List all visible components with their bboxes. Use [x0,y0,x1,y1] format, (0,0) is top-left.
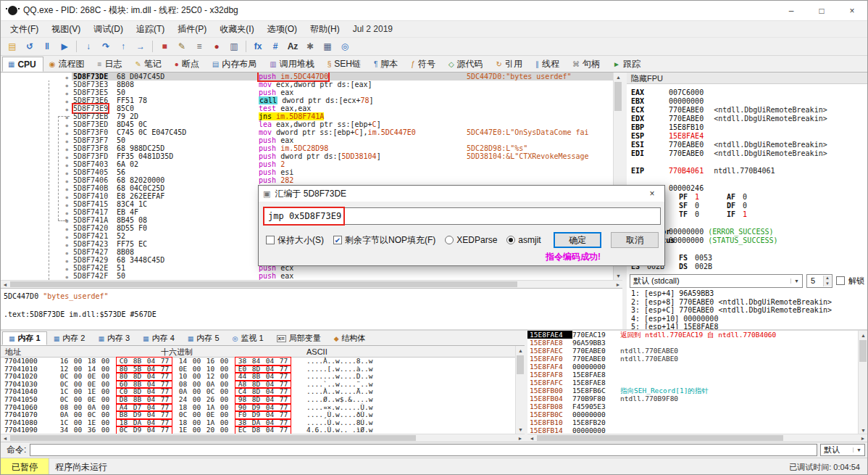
tab-内存 2[interactable]: ▦内存 2 [47,331,92,345]
keep-size-checkbox[interactable] [266,236,275,244]
xedparse-radio[interactable] [445,236,454,244]
tab-断点[interactable]: ●断点 [169,57,206,72]
argument-row[interactable]: 2: [esp+8] 770EABE0 <ntdll.DbgUiRemoteBr… [631,298,866,307]
stack-hscrollbar[interactable]: ◄ ► [527,434,867,442]
breakpoint-gutter[interactable]: ● [1,128,72,136]
spin-up-icon[interactable]: ▲ [824,276,831,281]
breakpoint-gutter[interactable]: ● [1,208,72,216]
hash-icon[interactable]: # [267,39,283,54]
notes-icon[interactable]: ✎ [174,39,190,54]
step-over-icon[interactable]: ↷ [98,39,114,54]
settings-icon[interactable]: ✱ [302,39,318,54]
disasm-row[interactable]: ●5D8F73F868 988DC25Dpush im.5DC28D985DC2… [1,144,613,152]
scroll-thumb[interactable] [537,435,783,441]
breakpoint-gutter[interactable]: ● [1,192,72,200]
command-profile-select[interactable]: 默认 ▼ [820,444,865,456]
stack-row[interactable]: 15E8FB1015E8FB20 [527,418,858,426]
disasm-row[interactable]: ●5D8F73ED8D45 0Clea eax,dword ptr ss:[eb… [1,120,613,128]
register-row[interactable]: CF0TF0IF1 [631,210,866,219]
dump-row[interactable]: 7704100016001800C08B04771400160038840477… [1,358,515,365]
tab-内存 5[interactable]: ▦内存 5 [181,331,226,345]
argument-row[interactable]: 1: [esp+4] 96A59BB3 [631,289,866,298]
tab-内存 1[interactable]: ▦内存 1 [2,331,47,345]
dump-row[interactable]: 770410500C000E00D88B047724002600988D0477… [1,396,515,404]
tab-句柄[interactable]: ⌘句柄 [567,57,607,72]
disasm-row[interactable]: ●5D8F73EB79 2Djns im.5D8F741A [1,112,613,120]
hide-fpu-button[interactable]: 隐藏FPU [627,73,867,84]
pause-icon[interactable]: ‖ [39,39,55,54]
stack-row[interactable]: 15E8FB08F45905E3 [527,402,858,410]
disasm-row[interactable]: ●5D8F73F750push eax [1,136,613,144]
asmjit-radio[interactable] [506,236,515,244]
menu-item[interactable]: 视图(V) [45,21,87,38]
register-blank-row[interactable] [631,245,866,254]
keep-size-option[interactable]: 保持大小(S) [266,234,324,247]
calling-convention-select[interactable]: 默认 (stdcall) ▼ [630,274,803,288]
register-row[interactable]: EBX00000000 [631,97,866,106]
breakpoint-gutter[interactable]: ● [1,88,72,96]
disasm-row[interactable]: ●5D8F73DE68 D047C45Dpush im.5DC447D05DC4… [1,73,613,80]
disasm-row[interactable]: ●5D8F73E6FF51 78call dword ptr ds:[ecx+7… [1,96,613,104]
scroll-thumb[interactable] [10,281,517,287]
stack-row[interactable]: 15E8FAFC15E8FAE8 [527,379,858,387]
argument-row[interactable]: 5: [esp+14] 15E8FAE8 [631,323,866,329]
breakpoint-gutter[interactable]: ● [1,80,72,88]
register-row[interactable]: LastStatus00000000(STATUS_SUCCESS) [631,236,866,245]
argument-row[interactable]: 4: [esp+10] 00000000 [631,315,866,323]
font-icon[interactable]: Az [285,39,301,54]
breakpoint-gutter[interactable]: ● [1,168,72,176]
breakpoint-gutter[interactable]: ● [1,112,72,120]
dump-vscrollbar[interactable]: ▲ ▼ [515,346,525,434]
spin-down-icon[interactable]: ▼ [824,281,831,286]
register-row[interactable]: OF0SF0DF0 [631,202,866,210]
tab-日志[interactable]: ≡日志 [92,57,130,72]
register-row[interactable]: ZF1PF1AF0 [631,193,866,202]
maximize-button[interactable]: □ [806,1,837,20]
breakpoint-gutter[interactable]: ● [1,240,72,248]
breakpoint-gutter[interactable]: ● [1,160,72,168]
disasm-row[interactable]: ●5D8F73FDFF35 0481D35Dpush dword ptr ds:… [1,152,613,160]
stack-row[interactable]: 15E8FAE4770EAC19返回到 ntdll.770EAC19 自 ntd… [527,331,858,339]
disassembly-hscrollbar[interactable]: ◄ ► [1,280,622,288]
xedparse-option[interactable]: XEDParse [445,235,497,245]
command-input[interactable] [30,444,817,456]
tab-笔记[interactable]: ✎笔记 [129,57,168,72]
dialog-close-icon[interactable]: × [640,186,664,202]
dump-hscrollbar[interactable]: ◄ ► [1,434,525,442]
menu-item[interactable]: 文件(F) [4,21,45,38]
scroll-thumb[interactable] [10,435,416,441]
breakpoint-gutter[interactable]: ● [1,152,72,160]
scroll-thumb[interactable] [859,340,867,362]
memory-dump-view[interactable]: 地址 十六进制 ASCII 7704100016001800C08B047714… [1,346,515,442]
breakpoint-gutter[interactable]: ● [1,184,72,192]
menu-item[interactable]: 帮助(H) [304,21,346,38]
minimize-button[interactable]: – [776,1,806,20]
register-row[interactable]: EFLAGS00000246 [631,184,866,193]
close-button[interactable]: × [837,1,867,20]
disasm-row[interactable]: ●5D8F740668 82020000push 282 [1,176,613,184]
register-row[interactable]: ECX770EABE0<ntdll.DbgUiRemoteBreakin> [631,106,866,115]
tab-调用堆栈[interactable]: ▥调用堆栈 [264,57,321,72]
breakpoint-gutter[interactable]: ● [1,73,72,80]
open-file-icon[interactable]: ▤ [4,39,20,54]
step-out-icon[interactable]: ↑ [115,39,131,54]
memory-map-icon[interactable]: ▥ [226,39,242,54]
register-row[interactable]: ESP15E8FAE4 [631,132,866,141]
breakpoint-gutter[interactable]: ● [1,216,72,224]
register-row[interactable]: ES002BDS002B [631,263,866,271]
register-blank-row[interactable] [631,219,866,228]
disasm-row[interactable]: ●5D8F742F50push eax [1,272,613,280]
stack-row[interactable]: 15E8FAEC770EABE0ntdll.770EABE0 [527,347,858,355]
scroll-up-icon[interactable]: ▲ [859,331,868,339]
disasm-row[interactable]: ●5D8F74036A 02push 2 [1,160,613,168]
disasm-row[interactable]: ●5D8F73F0C745 0C E047C45Dmov dword ptr s… [1,128,613,136]
search-icon[interactable]: ◎ [337,39,353,54]
disasm-row[interactable]: ●5D8F73E985C0test eax,eax [1,104,613,112]
stack-row[interactable]: 15E8FAF400000000 [527,363,858,371]
tab-符号[interactable]: ƒ符号 [405,57,443,72]
register-row[interactable]: EDX770EABE0<ntdll.DbgUiRemoteBreakin> [631,115,866,123]
nop-fill-checkbox[interactable]: ✔ [333,236,342,244]
cpu-chip-icon[interactable]: ▦ [320,39,335,54]
tab-SEH链[interactable]: §SEH链 [322,57,368,72]
arg-count-spinner[interactable]: 5 ▲▼ [806,274,832,288]
